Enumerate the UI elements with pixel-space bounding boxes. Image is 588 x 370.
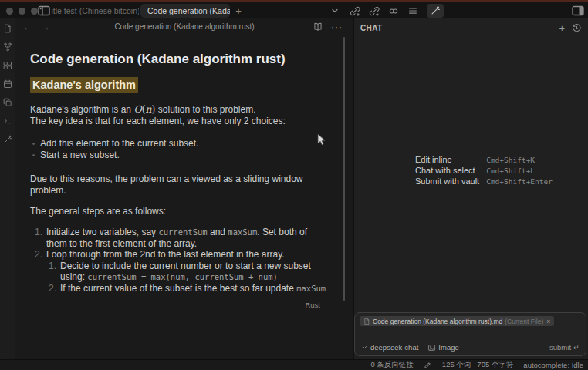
add-link-icon[interactable] <box>350 5 360 16</box>
chat-panel: CHAT + Edit inlineCmd+Shift+K Chat with … <box>353 18 588 359</box>
app-window: Title test (Chinese bitcoin) Code genera… <box>0 0 588 370</box>
chip-current-file-badge: (Current File) <box>505 318 543 325</box>
wand-icon[interactable] <box>3 135 12 144</box>
new-tab-button[interactable]: + <box>232 4 245 18</box>
bullet-list: •Add this element to the current subset.… <box>30 138 326 161</box>
shortcut-label: Chat with select <box>415 166 479 175</box>
chat-input-toolbar: deepseek-chat Image submit ↵ <box>361 343 580 352</box>
word-char-counts: 125 个词 705 个字符 <box>442 360 514 370</box>
image-icon <box>427 344 436 352</box>
canvas-grid-icon[interactable] <box>3 61 12 70</box>
list-item: 1. Initialize two variables, say current… <box>30 227 326 249</box>
close-window-button[interactable] <box>6 8 13 15</box>
chevron-down-icon <box>361 344 368 351</box>
context-file-chip[interactable]: Code generation (Kadane algorithm rust).… <box>360 316 554 326</box>
chip-close-icon[interactable]: × <box>546 318 550 325</box>
autocomplete-status[interactable]: autocomplete: Idle <box>523 361 583 369</box>
quick-switcher-file-icon[interactable] <box>3 24 12 33</box>
edit-mode-pencil-icon[interactable] <box>424 361 432 369</box>
editor-pane: ← → Code generation (Kadane algorithm ru… <box>15 18 353 359</box>
status-bar: 0 条反向链接 125 个词 705 个字符 autocomplete: Idl… <box>0 359 588 370</box>
chat-input-box[interactable]: Code generation (Kadane algorithm rust).… <box>354 312 586 356</box>
traffic-lights <box>6 8 38 15</box>
list-item: 2. Loop through from the 2nd to the last… <box>30 249 326 261</box>
code-span: currentSum = max(num, currentSum + num) <box>87 272 278 281</box>
note-h1: Code generation (Kadane algorithm rust) <box>30 51 326 67</box>
math-O: O <box>133 103 141 115</box>
tab-title-test[interactable]: Title test (Chinese bitcoin) <box>48 4 139 18</box>
links-icon[interactable] <box>388 5 399 16</box>
paragraph-2: Due to this reasons, the problem can a v… <box>30 173 326 197</box>
daily-note-calendar-icon[interactable] <box>3 79 12 89</box>
file-icon <box>363 318 370 325</box>
char-count: 705 个字符 <box>477 360 513 370</box>
list-item: •Start a new subset. <box>30 150 326 161</box>
chat-title: CHAT <box>360 24 383 32</box>
templates-copy-icon[interactable] <box>3 98 12 107</box>
wand-active-icon[interactable] <box>427 4 444 18</box>
titlebar: Title test (Chinese bitcoin) Code genera… <box>0 2 588 18</box>
chat-shortcut-hints: Edit inlineCmd+Shift+K Chat with selectC… <box>415 155 553 186</box>
terminal-icon[interactable] <box>3 116 12 126</box>
ordered-list: 1. Initialize two variables, say current… <box>30 227 326 294</box>
word-count: 125 个词 <box>442 360 471 370</box>
list-item: •Add this element to the current subset. <box>30 138 326 150</box>
return-key-icon: ↵ <box>573 343 580 352</box>
tab-label: Code generation (Kadan... <box>147 6 230 15</box>
shortcut-keys: Cmd+Shift+K <box>486 156 553 164</box>
code-block-language-label: Rust <box>305 301 320 309</box>
shortcut-keys: Cmd+Shift+L <box>486 166 553 175</box>
shortcut-label: Submit with vault <box>415 177 479 186</box>
note-title-breadcrumb: Code generation (Kadane algorithm rust) <box>15 22 353 31</box>
code-span: currentSum <box>158 227 207 237</box>
shortcut-keys: Cmd+Shift+Enter <box>486 177 553 186</box>
shortcut-label: Edit inline <box>415 155 479 164</box>
list-item: 1. Decide to include the current number … <box>44 261 326 283</box>
math-n: n <box>146 103 152 115</box>
backlinks-count[interactable]: 0 条反向链接 <box>370 360 413 370</box>
model-name: deepseek-chat <box>370 343 418 352</box>
minimize-window-button[interactable] <box>19 8 25 15</box>
note-content[interactable]: Code generation (Kadane algorithm rust) … <box>30 46 326 294</box>
model-selector[interactable]: deepseek-chat <box>361 343 418 352</box>
new-chat-icon[interactable]: + <box>559 23 565 33</box>
more-options-icon[interactable]: ··· <box>331 22 343 32</box>
graph-view-icon[interactable] <box>3 42 12 52</box>
paragraph-1: Kadane's algorithm is an O(n) solution t… <box>30 103 326 127</box>
chip-filename: Code generation (Kadane algorithm rust).… <box>373 318 502 325</box>
main-area: ← → Code generation (Kadane algorithm ru… <box>0 18 588 359</box>
list-icon[interactable] <box>407 5 418 16</box>
code-span: maxSum <box>228 227 257 237</box>
editor-header: ← → Code generation (Kadane algorithm ru… <box>15 18 353 35</box>
submit-button[interactable]: submit ↵ <box>549 343 580 352</box>
add-link-to-note-icon[interactable] <box>369 5 380 16</box>
paragraph-3: The general steps are as follows: <box>30 206 326 217</box>
tab-list-chevron-icon[interactable] <box>329 5 340 16</box>
left-ribbon <box>0 18 15 359</box>
editor-scrollbar[interactable] <box>343 37 345 301</box>
image-attach-button[interactable]: Image <box>427 343 458 352</box>
titlebar-toolbar <box>350 4 444 18</box>
tab-code-generation[interactable]: Code generation (Kadan... × <box>140 4 230 18</box>
toggle-right-sidebar-icon[interactable] <box>571 5 585 16</box>
reading-view-book-icon[interactable] <box>313 22 323 32</box>
tab-label: Title test (Chinese bitcoin) <box>48 6 139 15</box>
chat-history-icon[interactable] <box>572 23 582 33</box>
code-span: maxSum <box>296 284 326 293</box>
note-h2-highlighted: Kadane's algorithm <box>30 77 138 93</box>
chat-header: CHAT + <box>354 18 588 37</box>
list-item: 2. If the current value of the subset is… <box>44 283 326 294</box>
